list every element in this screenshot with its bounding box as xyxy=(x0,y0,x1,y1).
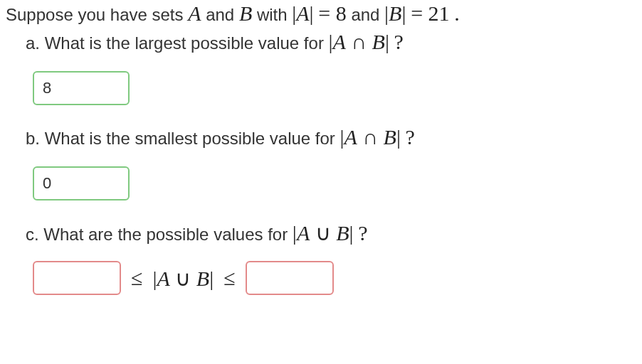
eq-a-rhs: 8 xyxy=(336,1,347,25)
part-a-qmark: ? xyxy=(394,30,404,53)
part-c-low-input[interactable] xyxy=(33,261,121,295)
part-a-label: a. What is the largest possible value fo… xyxy=(26,33,329,53)
part-c-high-input[interactable] xyxy=(246,261,334,295)
part-a-expr: |A ∩ B| xyxy=(329,30,389,53)
intro-and2: and xyxy=(351,5,384,24)
part-b-prompt: b. What is the smallest possible value f… xyxy=(26,125,636,149)
question-page: Suppose you have sets A and B with |A| =… xyxy=(0,1,642,295)
intro-prefix: Suppose you have sets xyxy=(6,5,188,24)
eq-b-rhs: 21 xyxy=(428,1,450,25)
part-b-label: b. What is the smallest possible value f… xyxy=(26,129,340,148)
intro-with: with xyxy=(257,5,292,24)
part-c-qmark: ? xyxy=(358,221,367,245)
part-b-expr: |A ∩ B| xyxy=(340,125,401,149)
part-a-answer-row xyxy=(33,71,636,105)
eq-b-eq: = xyxy=(411,1,428,25)
card-a-letter: A xyxy=(296,1,309,25)
leq-1: ≤ xyxy=(130,266,144,290)
part-b-qmark: ? xyxy=(406,125,415,149)
card-b-lhs: |B| xyxy=(384,1,406,25)
part-c-answer-row: ≤ |A ∪ B| ≤ xyxy=(33,261,636,295)
part-c-expr: |A ∪ B| xyxy=(293,221,354,245)
set-b-symbol: B xyxy=(239,1,252,25)
intro-line: Suppose you have sets A and B with |A| =… xyxy=(6,1,636,26)
part-c-label: c. What are the possible values for xyxy=(26,225,293,244)
set-a-symbol: A xyxy=(188,1,201,25)
part-c-prompt: c. What are the possible values for |A ∪… xyxy=(26,220,636,245)
intro-period: . xyxy=(454,1,460,25)
part-a-answer-input[interactable] xyxy=(33,71,130,105)
part-b-answer-input[interactable] xyxy=(33,166,130,200)
intro-and1: and xyxy=(206,5,239,24)
leq-2: ≤ xyxy=(222,266,236,290)
eq-a-eq: = xyxy=(318,1,335,25)
part-a-prompt: a. What is the largest possible value fo… xyxy=(26,30,636,54)
card-b-letter: B xyxy=(389,1,401,25)
card-a-lhs: |A| xyxy=(292,1,313,25)
part-c-mid-expr: |A ∪ B| xyxy=(152,266,214,291)
part-b-answer-row xyxy=(33,166,636,200)
